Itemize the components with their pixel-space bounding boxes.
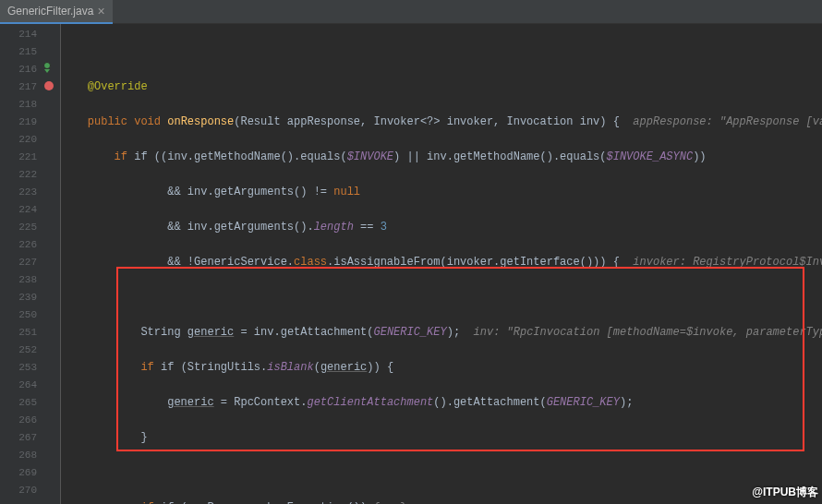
close-tab-icon[interactable]: ×: [97, 4, 104, 18]
line-number: 221: [0, 149, 37, 166]
line-number: 265: [0, 394, 37, 412]
line-number: 252: [0, 342, 37, 359]
tab-bar: GenericFilter.java ×: [0, 0, 822, 24]
watermark: @ITPUB博客: [752, 485, 818, 500]
line-number: 250: [0, 306, 37, 324]
line-number: 222: [0, 166, 37, 184]
line-number: 219: [0, 114, 37, 131]
line-number: 269: [0, 464, 37, 482]
line-number: 268: [0, 447, 37, 464]
line-number: 266: [0, 412, 37, 429]
line-number: 217: [0, 78, 37, 96]
line-number: 218: [0, 96, 37, 114]
line-number: 223: [0, 184, 37, 201]
annotation: @Override: [88, 80, 148, 93]
marker-gutter: [41, 24, 61, 504]
line-number: 216: [0, 61, 37, 78]
file-tab[interactable]: GenericFilter.java ×: [0, 0, 113, 24]
breakpoint-icon[interactable]: [44, 81, 54, 90]
line-number: 238: [0, 271, 37, 289]
line-number: 264: [0, 377, 37, 394]
line-number: 227: [0, 254, 37, 271]
override-icon[interactable]: [43, 62, 51, 69]
editor: 214 215 216 217 218 219 220 221 222 223 …: [0, 24, 822, 504]
line-number: 251: [0, 324, 37, 342]
line-number: 225: [0, 219, 37, 236]
line-number: 253: [0, 359, 37, 377]
line-number: 267: [0, 429, 37, 447]
line-number: 239: [0, 289, 37, 306]
line-number: 270: [0, 482, 37, 499]
line-number: 224: [0, 201, 37, 219]
tab-filename: GenericFilter.java: [7, 5, 93, 18]
line-number: 226: [0, 236, 37, 254]
line-number: 214: [0, 26, 37, 43]
line-number: 220: [0, 131, 37, 149]
line-number: 215: [0, 43, 37, 61]
code-area[interactable]: @Override public void onResponse(Result …: [61, 24, 822, 504]
line-number-gutter: 214 215 216 217 218 219 220 221 222 223 …: [0, 24, 41, 504]
